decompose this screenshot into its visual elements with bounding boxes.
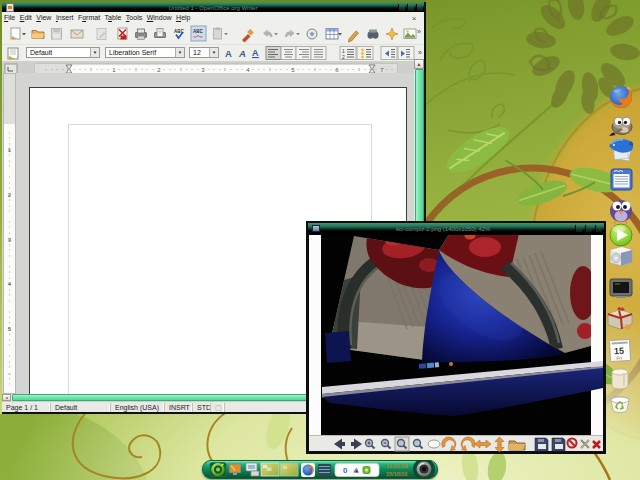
svg-text:0: 0 — [343, 466, 348, 475]
svg-text:A: A — [225, 48, 232, 59]
svg-text:ABC: ABC — [193, 29, 203, 34]
svg-text:»: » — [418, 49, 422, 56]
svg-text:11:51:58: 11:51:58 — [386, 463, 408, 469]
svg-text:2: 2 — [8, 192, 12, 198]
svg-text:1: 1 — [8, 147, 12, 153]
svg-text:A: A — [238, 48, 246, 59]
svg-text:3: 3 — [8, 237, 12, 243]
svg-text:»: » — [417, 28, 421, 35]
svg-text:A: A — [252, 48, 259, 58]
svg-text:4: 4 — [8, 281, 12, 287]
svg-text:Fri: Fri — [616, 355, 622, 360]
svg-text:15/10/10: 15/10/10 — [386, 471, 407, 477]
svg-text:5: 5 — [8, 326, 12, 332]
svg-text:2: 2 — [342, 54, 345, 60]
